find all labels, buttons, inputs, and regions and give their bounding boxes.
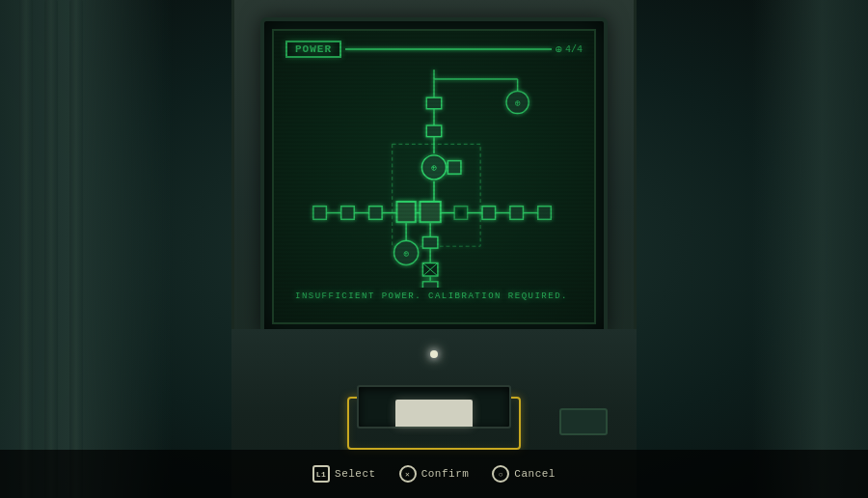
svg-rect-27	[510, 207, 523, 219]
bar-1	[19, 0, 33, 498]
svg-rect-15	[341, 207, 354, 219]
svg-text:⊕: ⊕	[403, 249, 409, 260]
bar-2	[44, 0, 58, 498]
left-wall	[0, 0, 174, 498]
power-counter: 4/4	[556, 42, 583, 57]
confirm-icon: ✕	[399, 465, 417, 483]
bar-3	[69, 0, 83, 498]
left-bars	[19, 0, 96, 498]
cancel-icon: ○	[492, 465, 509, 483]
svg-text:⊕: ⊕	[515, 98, 521, 109]
svg-rect-7	[426, 125, 441, 137]
crt-screen: POWER 4/4	[272, 29, 596, 324]
terminal-body: POWER 4/4	[231, 0, 637, 498]
screen-container: POWER 4/4	[260, 17, 608, 336]
card-slot	[357, 385, 511, 429]
svg-rect-1	[426, 97, 441, 109]
svg-rect-23	[454, 207, 467, 219]
indicator-light	[430, 350, 438, 358]
svg-text:⊕: ⊕	[431, 163, 437, 174]
power-label: POWER	[285, 41, 341, 58]
select-label: Select	[335, 468, 376, 480]
screen-header: POWER 4/4	[285, 41, 583, 58]
svg-rect-19	[397, 202, 416, 222]
screen-content: POWER 4/4	[274, 31, 594, 322]
svg-rect-25	[482, 207, 495, 219]
card-insert	[395, 400, 473, 427]
svg-rect-17	[369, 207, 382, 219]
power-line	[345, 48, 552, 50]
circuit-svg: ⊕ ⊕	[285, 66, 583, 288]
select-icon: L1	[312, 465, 330, 483]
svg-rect-13	[313, 207, 326, 219]
status-message: INSUFFICIENT POWER. CALIBRATION REQUIRED…	[285, 291, 583, 301]
svg-rect-21	[420, 202, 441, 222]
confirm-label: Confirm	[421, 468, 470, 480]
svg-rect-34	[422, 237, 437, 249]
right-panel-button	[559, 408, 608, 435]
svg-rect-12	[448, 161, 460, 174]
select-control: L1 Select	[312, 465, 376, 483]
bottom-controls-bar: L1 Select ✕ Confirm ○ Cancel	[0, 450, 868, 498]
circuit-diagram: ⊕ ⊕	[285, 66, 583, 288]
svg-rect-40	[422, 282, 437, 288]
cancel-control: ○ Cancel	[492, 465, 556, 483]
right-wall	[752, 0, 868, 498]
cancel-label: Cancel	[514, 468, 556, 480]
confirm-control: ✕ Confirm	[399, 465, 470, 483]
svg-rect-29	[538, 207, 551, 219]
card-slot-area	[280, 373, 588, 440]
